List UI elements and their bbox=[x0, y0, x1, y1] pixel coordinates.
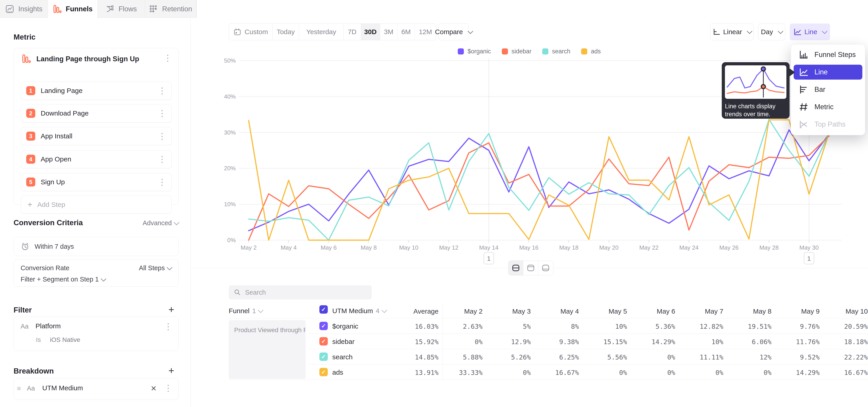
chart-only-view-icon bbox=[526, 264, 535, 272]
table-value: 14.29% bbox=[796, 369, 819, 376]
tab-label: Retention bbox=[162, 5, 192, 13]
menu-item-line[interactable]: Line bbox=[794, 65, 862, 80]
range-label: 6M bbox=[401, 28, 411, 36]
step-kebab-icon[interactable]: ⋮ bbox=[158, 178, 166, 186]
step-kebab-icon[interactable]: ⋮ bbox=[158, 132, 166, 140]
tooltip-text: Line charts display trends over time. bbox=[725, 102, 786, 118]
range-12m[interactable]: 12M bbox=[415, 24, 436, 40]
metric-title[interactable]: Landing Page through Sign Up bbox=[36, 55, 139, 63]
funnels-icon bbox=[53, 4, 62, 13]
funnel-step-4[interactable]: 4App Open⋮ bbox=[21, 150, 172, 168]
line-chart-tooltip: Line charts display trends over time. bbox=[722, 62, 789, 119]
tab-insights[interactable]: Insights bbox=[0, 0, 48, 18]
table-value: 16.67% bbox=[844, 369, 868, 376]
funnel-step-3[interactable]: 3App Install⋮ bbox=[21, 127, 172, 145]
range-3m[interactable]: 3M bbox=[380, 24, 398, 40]
tooltip-mini-chart bbox=[725, 65, 786, 99]
date-column-header: May 4 bbox=[560, 308, 579, 315]
breakdown-card[interactable]: ≡ Aa UTM Medium ✕ ⋮ bbox=[13, 378, 179, 400]
split-view-button[interactable] bbox=[508, 261, 523, 275]
search-input[interactable] bbox=[245, 288, 363, 296]
funnel-name-cell[interactable]: Product Viewed through P... bbox=[229, 320, 306, 379]
date-column-header: May 6 bbox=[657, 308, 675, 315]
chevron-down-icon bbox=[822, 28, 828, 34]
row-checkbox-organic[interactable]: ✓ bbox=[319, 322, 328, 330]
table-value: 5.56% bbox=[608, 353, 627, 361]
menu-item-bar[interactable]: Bar bbox=[794, 82, 862, 97]
filter-kebab-icon[interactable]: ⋮ bbox=[164, 322, 173, 331]
step-kebab-icon[interactable]: ⋮ bbox=[158, 109, 166, 118]
menu-item-metric[interactable]: Metric bbox=[794, 99, 862, 115]
tab-label: Funnels bbox=[66, 5, 93, 13]
range-7d[interactable]: 7D bbox=[344, 24, 361, 40]
chevron-down-icon bbox=[258, 307, 264, 313]
search-box[interactable] bbox=[229, 285, 372, 300]
date-column-header: May 7 bbox=[705, 308, 723, 315]
chevron-down-icon bbox=[467, 28, 473, 34]
line-chart-icon bbox=[799, 67, 809, 77]
step-kebab-icon[interactable]: ⋮ bbox=[158, 155, 166, 163]
row-checkbox-search[interactable]: ✓ bbox=[319, 352, 328, 361]
menu-item-label: Metric bbox=[814, 103, 833, 111]
table-value: 6.06% bbox=[752, 338, 772, 346]
table-value: 12% bbox=[760, 353, 772, 361]
granularity-dropdown[interactable]: Day bbox=[758, 24, 785, 40]
all-steps-dropdown[interactable]: All Steps bbox=[139, 264, 172, 272]
compare-button[interactable]: Compare bbox=[438, 24, 469, 40]
search-icon bbox=[234, 289, 241, 296]
breakdown-column-header[interactable]: UTM Medium 4 bbox=[332, 307, 386, 315]
metric-kebab-icon[interactable]: ⋮ bbox=[163, 54, 172, 62]
table-value: 8% bbox=[571, 323, 579, 330]
filter-card[interactable]: Aa Platform ⋮ Is iOS Native bbox=[13, 317, 179, 351]
tab-flows[interactable]: Flows bbox=[98, 0, 145, 18]
table-value: 20.59% bbox=[844, 323, 868, 330]
menu-item-funnel-steps[interactable]: Funnel Steps bbox=[794, 47, 862, 62]
remove-breakdown-icon[interactable]: ✕ bbox=[151, 384, 157, 393]
funnel-step-1[interactable]: 1Landing Page⋮ bbox=[21, 82, 172, 100]
add-step-button[interactable]: +Add Step bbox=[21, 196, 172, 214]
step-kebab-icon[interactable]: ⋮ bbox=[158, 86, 166, 95]
table-value: 0% bbox=[667, 353, 675, 361]
range-yesterday[interactable]: Yesterday bbox=[299, 24, 344, 40]
funnel-column-header[interactable]: Funnel 1 bbox=[229, 307, 263, 315]
chevron-down-icon bbox=[381, 307, 387, 313]
row-checkbox-ads[interactable]: ✓ bbox=[319, 368, 328, 376]
table-value: 12.9% bbox=[511, 338, 531, 346]
conversion-rate-label: Conversion Rate bbox=[21, 264, 69, 272]
table-value: 0% bbox=[764, 369, 772, 376]
x-axis-label: May 8 bbox=[361, 244, 377, 251]
layout-toggle bbox=[508, 260, 553, 275]
range-today[interactable]: Today bbox=[273, 24, 299, 40]
table-value: 18.18% bbox=[844, 338, 868, 346]
table-value: 9.52% bbox=[800, 353, 819, 361]
chart-type-dropdown[interactable]: Line bbox=[790, 24, 830, 40]
property-type-icon: Aa bbox=[27, 385, 35, 392]
row-average: 16.03% bbox=[415, 323, 438, 330]
table-value: 5.88% bbox=[463, 353, 483, 361]
scale-dropdown[interactable]: Linear bbox=[710, 24, 754, 40]
tab-funnels[interactable]: Funnels bbox=[48, 0, 98, 18]
conversion-window-card[interactable]: Within 7 days bbox=[13, 237, 179, 256]
funnel-step-2[interactable]: 2Download Page⋮ bbox=[21, 104, 172, 122]
step-number-badge: 4 bbox=[26, 155, 35, 164]
breakdown-select-all-checkbox[interactable]: ✓ bbox=[319, 305, 328, 314]
tab-retention[interactable]: Retention bbox=[145, 0, 196, 18]
conversion-rate-card: Conversion Rate All Steps Filter + Segme… bbox=[13, 259, 179, 287]
range-6m[interactable]: 6M bbox=[397, 24, 415, 40]
step-number-badge: 3 bbox=[26, 132, 35, 140]
breakdown-kebab-icon[interactable]: ⋮ bbox=[164, 384, 173, 392]
add-filter-icon[interactable]: + bbox=[168, 304, 174, 315]
table-value: 0% bbox=[667, 369, 675, 376]
funnel-step-5[interactable]: 5Sign Up⋮ bbox=[21, 173, 172, 191]
segment-step-dropdown[interactable]: Filter + Segment on Step 1 bbox=[21, 276, 105, 283]
add-breakdown-icon[interactable]: + bbox=[168, 365, 174, 376]
range-custom[interactable]: Custom bbox=[229, 24, 273, 40]
table-only-view-button[interactable] bbox=[538, 261, 553, 275]
advanced-dropdown[interactable]: Advanced bbox=[143, 219, 179, 227]
row-checkbox-sidebar[interactable]: ✓ bbox=[319, 337, 328, 345]
table-column-divider bbox=[442, 304, 443, 380]
drag-handle-icon[interactable]: ≡ bbox=[17, 385, 21, 392]
chart-only-view-button[interactable] bbox=[523, 261, 538, 275]
date-column-header: May 9 bbox=[801, 308, 819, 315]
range-30d[interactable]: 30D bbox=[361, 24, 380, 40]
